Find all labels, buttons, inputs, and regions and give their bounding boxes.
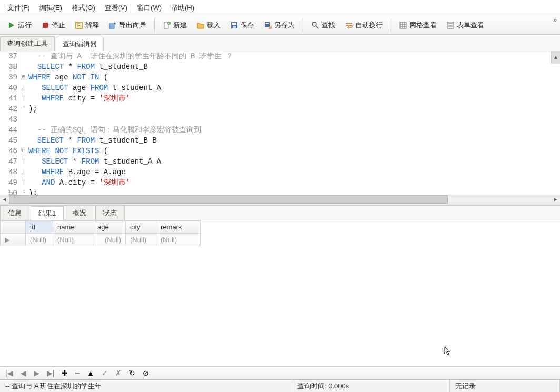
nav-last-button[interactable]: ▶| [47,369,55,377]
scroll-right-button[interactable]: ▶ [551,195,560,204]
tab-query-editor[interactable]: 查询编辑器 [56,37,104,51]
code-line[interactable]: 50└); [0,188,560,195]
nav-add-button[interactable]: ✚ [62,369,68,377]
save-as-button[interactable]: 另存为 [259,18,299,32]
save-button[interactable]: 保存 [226,18,258,32]
menu-edit[interactable]: 编辑(E) [36,2,65,14]
stop-icon [41,21,49,29]
export-label: 导出向导 [119,21,146,30]
menu-view[interactable]: 查看(V) [102,2,131,14]
code-line[interactable]: 39⊟WHERE age NOT IN ( [0,72,560,83]
code-text[interactable]: ); [27,188,37,195]
scroll-left-button[interactable]: ◀ [0,195,9,204]
line-number: 45 [0,135,21,146]
column-header-city[interactable]: city [126,221,156,234]
svg-rect-14 [400,22,406,28]
column-header-name[interactable]: name [53,221,93,234]
code-text[interactable]: SELECT * FROM t_student_B [27,62,148,72]
code-line[interactable]: 37 -- 查询与 A 班住在深圳的学生年龄不同的 B 班学生 ？ [0,51,560,62]
code-text[interactable]: WHERE age NOT IN ( [27,72,108,83]
form-view-label: 表单查看 [457,21,484,30]
menu-help[interactable]: 帮助(H) [168,2,197,14]
code-line[interactable]: 38 SELECT * FROM t_student_B [0,62,560,72]
code-line[interactable]: 41│ WHERE city = '深圳市' [0,93,560,104]
nav-refresh-button[interactable]: ↻ [129,369,135,377]
stop-button[interactable]: 停止 [37,18,69,32]
code-line[interactable]: 46⊟WHERE NOT EXISTS ( [0,146,560,156]
code-line[interactable]: 49│ AND A.city = '深圳市' [0,177,560,188]
column-header-remark[interactable]: remark [156,221,201,234]
code-text[interactable]: ); [27,104,37,114]
export-wizard-button[interactable]: 导出向导 [104,18,151,32]
code-line[interactable]: 48│ WHERE B.age = A.age [0,167,560,177]
code-line[interactable]: 40│ SELECT age FROM t_student_A [0,83,560,93]
svg-rect-11 [266,23,269,24]
horizontal-scrollbar[interactable]: ◀ ▶ [0,195,560,204]
fold-gutter [21,135,27,146]
nav-prev-button[interactable]: ◀ [21,369,26,377]
code-text[interactable] [27,114,28,125]
load-button[interactable]: 载入 [192,18,225,32]
code-line[interactable]: 44 -- 正确的SQL 语句：马化腾和李彦宏将被查询到 [0,125,560,135]
code-line[interactable]: 45 SELECT * FROM t_student_B B [0,135,560,146]
nav-next-button[interactable]: ▶ [34,369,39,377]
menu-format[interactable]: 格式(O) [68,2,98,14]
column-header-id[interactable]: id [26,221,53,234]
nav-cancel-button[interactable]: ✗ [115,369,122,377]
code-editor[interactable]: ▲ 37 -- 查询与 A 班住在深圳的学生年龄不同的 B 班学生 ？38 SE… [0,51,560,204]
column-header-age[interactable]: age [93,221,126,234]
code-line[interactable]: 42└); [0,104,560,114]
menu-file[interactable]: 文件(F) [4,2,33,14]
fold-gutter: │ [21,83,27,93]
explain-button[interactable]: E 解释 [71,18,103,32]
line-number: 37 [0,51,21,62]
code-text[interactable]: -- 查询与 A 班住在深圳的学生年龄不同的 B 班学生 ？ [27,51,233,62]
code-text[interactable]: SELECT age FROM t_student_A [27,83,161,93]
results-tab-profile[interactable]: 概况 [65,206,94,220]
results-tab-status[interactable]: 状态 [95,206,125,220]
fold-gutter [21,62,27,72]
code-text[interactable]: SELECT * FROM t_student_A A [27,156,161,167]
code-line[interactable]: 47│ SELECT * FROM t_student_A A [0,156,560,167]
results-grid[interactable]: idnameagecityremark▶(Null)(Null)(Null)(N… [0,220,560,366]
fold-gutter[interactable]: ⊟ [21,146,27,156]
code-text[interactable]: AND A.city = '深圳市' [27,177,130,188]
menu-window[interactable]: 窗口(W) [134,2,165,14]
line-number: 44 [0,125,21,135]
new-button[interactable]: 新建 [158,18,191,32]
code-text[interactable]: WHERE NOT EXISTS ( [27,146,108,156]
cell-city[interactable]: (Null) [126,234,156,246]
cell-id[interactable]: (Null) [26,234,53,246]
fold-gutter: │ [21,177,27,188]
find-button[interactable]: 查找 [307,18,339,32]
toolbar-overflow[interactable]: » [553,16,557,24]
nav-delete-button[interactable]: ━ [75,369,79,377]
form-view-button[interactable]: 表单查看 [442,18,488,32]
code-text[interactable]: SELECT * FROM t_student_B B [27,135,157,146]
nav-first-button[interactable]: |◀ [5,369,13,377]
results-tab-info[interactable]: 信息 [0,206,29,220]
fold-gutter[interactable]: ⊟ [21,72,27,83]
cell-age[interactable]: (Null) [93,234,126,246]
nav-commit-button[interactable]: ✓ [102,369,108,377]
run-button[interactable]: 运行 [3,18,36,32]
auto-wrap-button[interactable]: 自动换行 [341,18,387,32]
table-row[interactable]: ▶(Null)(Null)(Null)(Null)(Null) [1,234,201,246]
results-tab-result1[interactable]: 结果1 [31,206,64,220]
cell-name[interactable]: (Null) [53,234,93,246]
scrollbar-thumb[interactable] [9,195,448,204]
cell-remark[interactable]: (Null) [156,234,201,246]
nav-edit-button[interactable]: ▲ [87,369,94,377]
code-line[interactable]: 43 [0,114,560,125]
nav-stop-button[interactable]: ⊘ [143,369,149,377]
grid-view-button[interactable]: 网格查看 [395,18,441,32]
results-table[interactable]: idnameagecityremark▶(Null)(Null)(Null)(N… [0,220,201,246]
save-as-icon [264,21,272,29]
code-text[interactable]: WHERE city = '深圳市' [27,93,130,104]
tab-query-builder[interactable]: 查询创建工具 [0,36,55,51]
code-text[interactable]: -- 正确的SQL 语句：马化腾和李彦宏将被查询到 [27,125,201,135]
scroll-up-button[interactable]: ▲ [551,51,560,64]
scrollbar-track[interactable] [9,195,551,204]
fold-gutter: └ [21,188,27,195]
code-text[interactable]: WHERE B.age = A.age [27,167,126,177]
